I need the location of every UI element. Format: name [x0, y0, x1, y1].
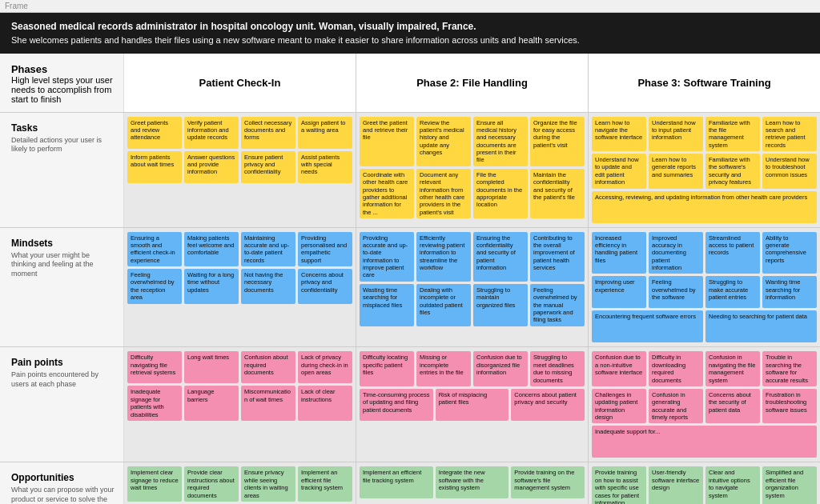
sticky-note: Trouble in searching the software for ac… [762, 351, 817, 386]
sticky-note: Feeling overwhelmed by the software [649, 276, 703, 308]
sticky-note: Ensure patient privacy and confidentiali… [241, 151, 295, 183]
sticky-note: Maintaining accurate and up-to-date pati… [241, 232, 295, 267]
sticky-note: Struggling to maintain organized files [473, 284, 528, 326]
sticky-note: Difficulty navigating file retrieval sys… [127, 351, 182, 383]
sticky-note: Organize the file for easy access during… [530, 117, 585, 166]
sticky-note: Inform patients about wait times [127, 151, 182, 183]
sticky-note: Understand how to troubleshoot common is… [762, 154, 817, 189]
sticky-note: Frustration in troubleshooting software … [762, 389, 817, 424]
sticky-note: Contributing to the overall improvement … [530, 232, 585, 282]
tasks-sidebar: Tasks Detailed actions your user is like… [0, 113, 124, 227]
sticky-note: File the completed documents in the appr… [473, 169, 528, 218]
sticky-note: Document any relevant information from o… [416, 169, 471, 218]
sticky-note: Integrate the new software with the exis… [436, 466, 509, 498]
tasks-row: Tasks Detailed actions your user is like… [0, 113, 820, 228]
sticky-note: Understand how to input patient informat… [649, 117, 703, 152]
sticky-note: Concerns about privacy and confidentiali… [298, 269, 352, 304]
painpoints-desc: Pain points encountered by users at each… [11, 370, 115, 389]
sticky-note: Confusion in generating accurate and tim… [649, 389, 703, 424]
sticky-note: Ensure privacy while seeing clients in w… [241, 466, 295, 502]
sticky-note: Review the patient's medical history and… [416, 117, 471, 166]
sticky-note: Greet patients and review attendance [127, 117, 182, 149]
sticky-note: Familiarize with the software's security… [705, 154, 760, 189]
sticky-note: Risk of misplacing patient files [436, 389, 509, 421]
mindsets-sidebar: Mindsets What your user might be thinkin… [0, 228, 124, 347]
sticky-note: Long wait times [184, 351, 239, 383]
mindsets-label: Mindsets [11, 238, 115, 249]
sticky-note: Familiarize with the file management sys… [705, 117, 760, 152]
sticky-note: Assist patients with special needs [298, 151, 352, 183]
sticky-note: Ensure all medical history and necessary… [473, 117, 528, 166]
sticky-note: Coordinate with other health care provid… [360, 169, 414, 218]
opportunities-sidebar: Opportunities What you can propose with … [0, 462, 124, 504]
sticky-note: Implement clear signage to reduce wait t… [127, 466, 182, 502]
sticky-note: Confusion due to a non-intuitive softwar… [592, 351, 646, 386]
sticky-note: Lack of clear instructions [298, 386, 352, 421]
painpoints-file: Difficulty locating specific patient fil… [356, 347, 589, 462]
sticky-note: Inadequate signage for patients with dis… [127, 386, 182, 421]
sticky-note: Efficiently reviewing patient informatio… [416, 232, 471, 282]
sticky-note: Waiting for a long time without updates [184, 269, 239, 304]
sticky-note: Struggling to meet deadlines due to miss… [530, 351, 585, 386]
sticky-note: Dealing with incomplete or outdated pati… [416, 284, 471, 326]
phases-label: Phases [11, 63, 115, 75]
sticky-note: Missing or incomplete entries in the fil… [416, 351, 471, 386]
sticky-note: Accessing, reviewing, and updating infor… [592, 191, 817, 223]
persona-name: Seasoned medical records administrator i… [11, 19, 809, 34]
sticky-note: Maintain the confidentiality and securit… [530, 169, 585, 218]
sticky-note: Greet the patient and retrieve their fil… [360, 117, 414, 166]
phases-header-row: Phases High level steps your user needs … [0, 54, 820, 113]
mindsets-software: Increased efficiency in handling patient… [589, 228, 820, 347]
opportunities-desc: What you can propose with your product o… [11, 486, 115, 504]
mindsets-checkin: Ensuring a smooth and efficient check-in… [124, 228, 356, 347]
frame-label: Frame [0, 0, 820, 13]
opportunities-phases: Implement clear signage to reduce wait t… [124, 462, 820, 504]
sticky-note: Feeling overwhelmed by the reception are… [127, 269, 182, 304]
sticky-note: Learn how to search and retrieve patient… [762, 117, 817, 152]
sticky-note: Clear and intuitive options to navigate … [705, 466, 760, 504]
painpoints-phases: Difficulty navigating file retrieval sys… [124, 347, 820, 462]
tasks-software: Learn how to navigate the software inter… [589, 113, 820, 227]
sticky-note: Concerns about the security of patient d… [705, 389, 760, 424]
sticky-note: Concerns about patient privacy and secur… [511, 389, 585, 421]
sticky-note: Challenges in updating patient informati… [592, 389, 646, 424]
painpoints-software: Confusion due to a non-intuitive softwar… [589, 347, 820, 462]
sticky-note: Verify patient information and update re… [184, 117, 239, 149]
opportunities-row: Opportunities What you can propose with … [0, 462, 820, 504]
sticky-note: Not having the necessary documents [241, 269, 295, 304]
tasks-file: Greet the patient and retrieve their fil… [356, 113, 589, 227]
sticky-note: Confusion about required documents [241, 351, 295, 383]
sticky-note: Needing to searching for patient data [705, 310, 817, 342]
painpoints-row: Pain points Pain points encountered by u… [0, 347, 820, 462]
sticky-note: Understand how to update and edit patien… [592, 154, 646, 189]
sticky-note: Assign patient to a waiting area [298, 117, 352, 149]
sticky-note: Inadequate support for... [592, 426, 817, 458]
sticky-note: Increased efficiency in handling patient… [592, 232, 646, 274]
sticky-note: Providing accurate and up-to-date inform… [360, 232, 414, 282]
sticky-note: Answer questions and provide information [184, 151, 239, 183]
sticky-note: Ability to generate comprehensive report… [762, 232, 817, 274]
mindsets-phases: Ensuring a smooth and efficient check-in… [124, 228, 820, 347]
phase-checkin-header: Patient Check-In [124, 54, 356, 112]
opportunities-software: Provide training on how to assist with s… [589, 462, 820, 504]
sticky-note: Learn how to navigate the software inter… [592, 117, 646, 152]
mindsets-desc: What your user might be thinking and fee… [11, 251, 115, 279]
painpoints-sidebar: Pain points Pain points encountered by u… [0, 347, 124, 462]
sticky-note: Wanting time searching for information [762, 276, 817, 308]
painpoints-label: Pain points [11, 357, 115, 368]
persona-banner: Seasoned medical records administrator i… [0, 13, 820, 54]
sticky-note: Learn how to generate reports and summar… [649, 154, 703, 189]
sticky-note: Confusion due to disorganized file infor… [473, 351, 528, 386]
sticky-note: Ensuring the confidentiality and securit… [473, 232, 528, 282]
sticky-note: Miscommunication of wait times [241, 386, 295, 421]
tasks-checkin: Greet patients and review attendanceVeri… [124, 113, 356, 227]
sticky-note: Ensuring a smooth and efficient check-in… [127, 232, 182, 267]
tasks-label: Tasks [11, 122, 115, 134]
opportunities-checkin: Implement clear signage to reduce wait t… [124, 462, 356, 504]
sticky-note: Encountering frequent software errors [592, 310, 703, 342]
mindsets-file: Providing accurate and up-to-date inform… [356, 228, 589, 347]
sticky-note: User-friendly software interface design [649, 466, 703, 504]
tasks-phases: Greet patients and review attendanceVeri… [124, 113, 820, 227]
sticky-note: Making patients feel welcome and comfort… [184, 232, 239, 267]
sticky-note: Wasting time searching for misplaced fil… [360, 284, 414, 326]
